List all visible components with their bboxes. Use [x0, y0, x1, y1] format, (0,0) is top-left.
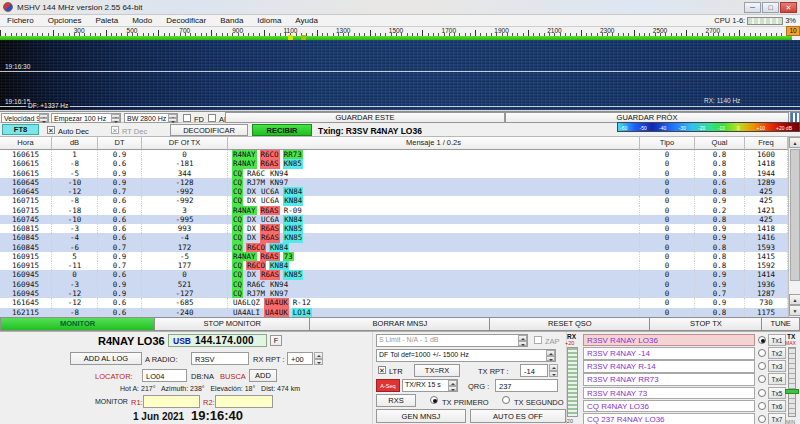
mode-button[interactable]: FT8	[2, 124, 39, 135]
table-row[interactable]: 160845-60.7172CQR6COKN8400.81593	[0, 243, 788, 252]
tx2-radio[interactable]	[758, 349, 766, 357]
monitor-button[interactable]: MONITOR	[0, 317, 155, 331]
add-button[interactable]: ADD	[249, 369, 277, 382]
table-row[interactable]: 160745-100.6-995CQDXUC6AKN8400.8425	[0, 215, 788, 224]
menu-item-modo[interactable]: Modo	[125, 15, 159, 25]
table-row[interactable]: 160945-30.9521CQRA6CKN9400.91936	[0, 280, 788, 289]
table-row[interactable]: 16094500.60CQDXR6ASKN8500.91414	[0, 270, 788, 279]
table-row[interactable]: 160715-180.63R4NAYR6ASR-0900.21421	[0, 206, 788, 215]
tx5-button[interactable]: Tx5	[768, 387, 786, 399]
table-row[interactable]: 160845-40.6-4CQDXR6ASKN8500.91416	[0, 233, 788, 242]
maximize-button[interactable]: □	[762, 2, 779, 13]
save-this-button[interactable]: GUARDAR ESTE	[225, 112, 505, 123]
frequency-ruler[interactable]: 3005007009001100130015001700190021002300…	[0, 26, 800, 36]
tx-power-slider[interactable]	[788, 347, 796, 417]
table-row[interactable]: 161645-120.6-685UA6LQZUA4UKR-1200.9730	[0, 298, 788, 307]
tx4-button[interactable]: Tx4	[768, 373, 786, 385]
tx3-radio[interactable]	[758, 362, 766, 370]
tx-power-handle[interactable]	[785, 389, 799, 394]
tx-first-radio[interactable]	[430, 396, 438, 404]
tx2-button[interactable]: Tx2	[768, 347, 786, 359]
scroll-down-icon[interactable]: ▼	[789, 305, 800, 316]
tx1-radio[interactable]	[758, 336, 766, 344]
tx6-message-field[interactable]: CQ R4NAY LO36	[583, 400, 755, 412]
table-row[interactable]: 160645-120.7-992CQDXUC6AKN8400.8425	[0, 187, 788, 196]
scroll-up-icon[interactable]: ▲	[789, 137, 800, 148]
tx7-radio[interactable]	[758, 415, 766, 423]
table-row[interactable]: 160815-30.6993CQDXR6ASKN8500.91418	[0, 224, 788, 233]
table-scrollbar[interactable]: ▲ ▲ ▼	[788, 137, 800, 317]
autoseq-lamp[interactable]: A-Seq	[376, 379, 400, 392]
waterfall-display[interactable]: 19:16:30 19:16:15 DF: +1337 Hz RX: 1140 …	[0, 40, 800, 111]
menu-item-paleta[interactable]: Paleta	[88, 15, 125, 25]
rt-dec-checkbox[interactable]: ✕	[111, 126, 119, 134]
gen-msg-button[interactable]: GEN MNSJ	[376, 409, 466, 423]
table-row[interactable]: 162115-80.6-240UA4ALIUA4UKLO1400.81175	[0, 308, 788, 317]
minimize-button[interactable]: ─	[744, 2, 761, 13]
tx3-message-field[interactable]: R3SV R4NAY R-14	[583, 360, 755, 372]
tx5-message-field[interactable]: R3SV R4NAY 73	[583, 387, 755, 399]
auto-dec-checkbox[interactable]: ✕	[47, 126, 55, 134]
scroll-thumb[interactable]	[790, 149, 800, 281]
menu-item-ayuda[interactable]: Ayuda	[288, 15, 325, 25]
auto-es-off-button[interactable]: AUTO ES OFF	[470, 409, 566, 423]
r2-input[interactable]	[215, 395, 273, 408]
tx-eq-rx-button[interactable]: TX=RX	[414, 364, 460, 377]
tune-button[interactable]: TUNE	[762, 317, 800, 331]
table-row[interactable]: 160615-50.9344CQRA6CKN9400.81944	[0, 169, 788, 178]
reset-qso-button[interactable]: RESET QSO	[490, 317, 650, 331]
tx6-button[interactable]: Tx6	[768, 400, 786, 412]
menu-item-fichero[interactable]: Fichero	[0, 15, 41, 25]
zap-checkbox[interactable]	[534, 336, 542, 344]
rxs-button[interactable]: RXS	[376, 394, 416, 407]
period-spinbox[interactable]: TX/RX 15 s	[402, 379, 458, 392]
borrar-mnsj-button[interactable]: BORRAR MNSJ	[310, 317, 490, 331]
fd-checkbox[interactable]	[183, 114, 191, 122]
r1-input[interactable]	[143, 395, 200, 408]
busca-button[interactable]: BUSCA	[220, 372, 246, 381]
tx-rpt-spinner[interactable]	[549, 364, 558, 377]
tx7-button[interactable]: Tx7	[768, 413, 786, 424]
tx5-radio[interactable]	[758, 389, 766, 397]
tx3-button[interactable]: Tx3	[768, 360, 786, 372]
rx-rpt-value[interactable]: +00	[287, 352, 313, 365]
tx-second-radio[interactable]	[502, 396, 510, 404]
add-to-log-button[interactable]: ADD AL LOG	[70, 352, 142, 365]
table-row[interactable]: 160715-80.6-992CQDXUC6AKN8400.9425	[0, 196, 788, 205]
stop-monitor-button[interactable]: STOP MONITOR	[155, 317, 310, 331]
table-row[interactable]: 16061510.90R4NAYR6CORR7300.81600	[0, 150, 788, 159]
stop-tx-button[interactable]: STOP TX	[650, 317, 762, 331]
table-row[interactable]: 160615-80.6-181R4NAYR6ASKN8500.81418	[0, 159, 788, 168]
af-checkbox[interactable]	[208, 114, 216, 122]
close-button[interactable]: ✕	[780, 2, 797, 13]
qrg-input[interactable]: 237	[495, 379, 558, 392]
table-row[interactable]: 16091550.9-5R4NAYR6AS7300.81415	[0, 252, 788, 261]
decode-button[interactable]: DECODIFICAR	[170, 124, 248, 136]
s-limit-spinbox[interactable]: S Limit - N/A - 1 dB	[376, 334, 528, 347]
ltr-checkbox[interactable]: ✕	[378, 366, 386, 374]
bandwidth-spinbox[interactable]: BW 2800 Hz	[124, 113, 178, 123]
rx-rpt-spinner[interactable]	[314, 352, 323, 365]
velocidad-spinbox[interactable]: Velocidad 9	[1, 113, 49, 123]
tx4-message-field[interactable]: R3SV R4NAY RR73	[583, 373, 755, 385]
dx-call-input[interactable]: R3SV	[191, 352, 249, 365]
tx6-radio[interactable]	[758, 402, 766, 410]
table-row[interactable]: 160645-100.9-128CQRJ7MKN9700.61289	[0, 178, 788, 187]
tx7-message-field[interactable]: CQ 237 R4NAY LO36	[583, 413, 755, 424]
tx1-message-field[interactable]: R3SV R4NAY LO36	[583, 334, 755, 346]
table-row[interactable]: 160915-110.7177CQR6COKN8400.81592	[0, 261, 788, 270]
tx4-radio[interactable]	[758, 375, 766, 383]
df-tol-spinbox[interactable]: DF Tol def=1000 +/- 1500 Hz	[376, 349, 556, 362]
menu-item-banda[interactable]: Banda	[213, 15, 250, 25]
tx1-button[interactable]: Tx1	[768, 334, 786, 346]
scroll-up2-icon[interactable]: ▲	[789, 294, 800, 305]
receive-button[interactable]: RECIBIR	[252, 124, 312, 136]
tx-rpt-value[interactable]: -14	[520, 364, 548, 377]
tx2-message-field[interactable]: R3SV R4NAY -14	[583, 347, 755, 359]
menu-item-opciones[interactable]: Opciones	[41, 15, 89, 25]
menu-item-decodificar[interactable]: Decodificar	[159, 15, 213, 25]
locator-input[interactable]: LO04	[142, 369, 187, 382]
menu-item-idioma[interactable]: Idioma	[250, 15, 288, 25]
f-button[interactable]: F	[270, 335, 282, 346]
table-row[interactable]: 160945-120.9-127CQRJ7MKN9700.71287	[0, 289, 788, 298]
